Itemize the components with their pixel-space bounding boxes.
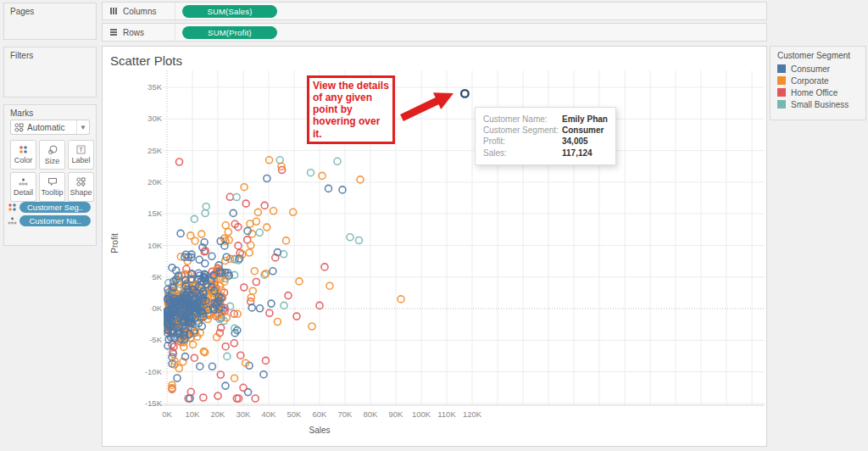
scatter-point[interactable] (263, 357, 270, 364)
scatter-point[interactable] (266, 157, 273, 164)
scatter-point[interactable] (226, 193, 233, 200)
scatter-point[interactable] (283, 237, 290, 244)
scatter-point[interactable] (196, 256, 203, 263)
scatter-point[interactable] (233, 194, 240, 201)
legend-item-corporate[interactable]: Corporate (771, 75, 865, 86)
scatter-point[interactable] (222, 343, 229, 350)
scatter-point[interactable] (174, 375, 181, 381)
scatter-point[interactable] (296, 278, 303, 285)
x-tick-label: 10K (186, 409, 201, 419)
scatter-point[interactable] (241, 184, 248, 191)
scatter-point[interactable] (224, 353, 231, 359)
chevron-down-icon[interactable]: ▼ (76, 120, 89, 134)
filters-shelf[interactable]: Filters (3, 47, 97, 97)
legend-item-small-business[interactable]: Small Business (771, 98, 865, 110)
scatter-point[interactable] (175, 365, 182, 372)
scatter-point[interactable] (209, 253, 215, 259)
scatter-point[interactable] (326, 185, 332, 192)
color-button[interactable]: Color (10, 140, 36, 170)
rows-shelf[interactable]: Rows SUM(Profit) (102, 23, 767, 42)
sum-sales-pill[interactable]: SUM(Sales) (182, 5, 277, 18)
customer-segment-pill[interactable]: Customer Seg.. (19, 202, 91, 213)
scatter-point[interactable] (190, 341, 197, 348)
legend-swatch (777, 88, 786, 97)
scatter-point[interactable] (347, 234, 353, 241)
scatter-point[interactable] (187, 232, 194, 239)
scatter-point[interactable] (200, 394, 207, 401)
scatter-point[interactable] (222, 382, 229, 389)
legend-swatch (777, 100, 786, 109)
rows-icon (109, 28, 118, 36)
scatter-point[interactable] (254, 209, 261, 215)
scatter-point[interactable] (203, 203, 209, 210)
scatter-point[interactable] (281, 302, 287, 309)
scatter-point[interactable] (202, 210, 209, 217)
y-tick-label: 35K (147, 82, 163, 92)
scatter-point[interactable] (247, 220, 253, 227)
scatter-point[interactable] (356, 237, 363, 244)
scatter-point[interactable] (253, 279, 259, 286)
scatter-point[interactable] (308, 170, 314, 176)
scatter-point[interactable] (231, 340, 237, 347)
highlighted-scatter-point[interactable] (461, 90, 469, 97)
tooltip-button[interactable]: Tooltip (39, 172, 65, 202)
x-tick-label: 0K (162, 409, 172, 419)
sheet-title: Scatter Plots (110, 53, 182, 68)
filters-label: Filters (4, 47, 96, 60)
customer-name-pill[interactable]: Customer Na.. (19, 215, 91, 226)
scatter-point[interactable] (252, 395, 259, 402)
scatter-point[interactable] (398, 296, 404, 303)
tableau-workbook: Pages Filters Marks Automatic ▼ Color (0, 0, 868, 451)
scatter-point[interactable] (276, 157, 283, 164)
marks-label: Marks (4, 105, 96, 118)
x-tick-label: 40K (262, 409, 277, 419)
scatter-point[interactable] (177, 230, 184, 237)
scatter-point[interactable] (326, 282, 333, 289)
scatter-point[interactable] (266, 309, 273, 316)
x-tick-label: 120K (463, 409, 482, 419)
mark-type-dropdown[interactable]: Automatic ▼ (10, 120, 90, 135)
scatter-point[interactable] (209, 363, 215, 370)
scatter-point[interactable] (176, 159, 183, 165)
scatter-point[interactable] (231, 375, 238, 381)
scatter-point[interactable] (261, 202, 268, 209)
legend-item-label: Home Office (791, 88, 837, 97)
legend-item-home-office[interactable]: Home Office (771, 86, 865, 98)
scatter-point[interactable] (264, 224, 270, 231)
y-tick-label: 0K (152, 303, 162, 313)
scatter-point[interactable] (256, 229, 263, 236)
scatter-point[interactable] (274, 319, 281, 326)
shape-button[interactable]: Shape (68, 172, 94, 202)
legend-swatch (777, 64, 786, 73)
scatter-point[interactable] (222, 222, 229, 229)
color-button-label: Color (14, 156, 33, 164)
scatter-point[interactable] (251, 268, 258, 275)
scatter-point[interactable] (321, 264, 328, 270)
columns-shelf[interactable]: Columns SUM(Sales) (102, 2, 767, 20)
sum-profit-pill[interactable]: SUM(Profit) (182, 26, 277, 39)
scatter-point[interactable] (230, 209, 236, 216)
scatter-point[interactable] (187, 388, 194, 395)
pages-shelf[interactable]: Pages (3, 3, 97, 40)
scatter-point[interactable] (246, 249, 253, 256)
scatter-point[interactable] (270, 268, 276, 275)
detail-button[interactable]: Detail (10, 172, 36, 202)
scatter-point[interactable] (309, 323, 315, 330)
shape-icon (76, 177, 86, 187)
scatter-point[interactable] (198, 231, 205, 237)
scatter-point[interactable] (225, 229, 231, 236)
annotation-callout: View the details of any given point by h… (307, 75, 395, 144)
scatter-point[interactable] (334, 158, 341, 164)
size-button[interactable]: Size (39, 140, 65, 170)
scatter-point[interactable] (290, 209, 297, 215)
scatter-point[interactable] (249, 287, 256, 294)
scatter-point[interactable] (264, 175, 270, 182)
scatter-point[interactable] (248, 294, 254, 301)
marks-pill-row: Customer Seg.. (8, 202, 91, 213)
scatter-point[interactable] (241, 284, 248, 291)
legend-item-consumer[interactable]: Consumer (771, 63, 865, 75)
scatter-point[interactable] (285, 292, 292, 299)
scatter-point[interactable] (197, 363, 203, 370)
label-button[interactable]: T Label (68, 140, 94, 170)
scatter-point[interactable] (270, 208, 277, 214)
